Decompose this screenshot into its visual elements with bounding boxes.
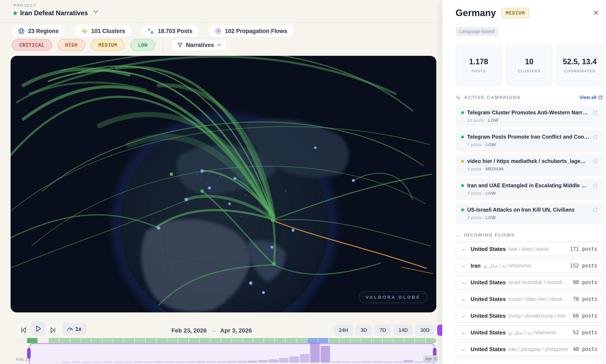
arrow-right-icon: → [210, 327, 217, 334]
flow-country: United States [470, 313, 506, 319]
active-campaigns-header: ACTIVE CAMPAIGNS View all [455, 95, 603, 100]
filter-icon [177, 42, 183, 48]
external-link-icon[interactable] [593, 207, 598, 212]
section-title: ACTIVE CAMPAIGNS [464, 95, 521, 100]
campaign-card[interactable]: US-Israeli Attacks on Iran Kill UN, Civi… [455, 203, 603, 224]
campaign-severity: LOW [488, 118, 498, 123]
external-link-icon[interactable] [593, 183, 598, 188]
histogram-bar [289, 356, 299, 363]
chip-clusters[interactable]: 101 Clusters [75, 25, 132, 37]
brush-end-label: Apr 3 [423, 356, 438, 362]
skip-forward-button[interactable] [47, 325, 58, 336]
histogram-bar [393, 362, 403, 363]
globe-canvas [11, 56, 436, 312]
flow-post-count: 52 posts [573, 330, 597, 336]
playback-speed-button[interactable]: 1x [62, 323, 86, 335]
play-icon [35, 325, 42, 332]
histogram-bar [134, 362, 143, 363]
globe-attribution-badge: VALBORA GLOBE [359, 291, 427, 303]
severity-badge: MEDIUM [501, 8, 529, 18]
skip-back-button[interactable] [18, 325, 29, 336]
campaign-posts: 7 posts · [467, 142, 485, 147]
external-link-icon[interactable] [593, 134, 598, 140]
campaign-card[interactable]: video hier / https mediathek / schuberts… [455, 154, 603, 176]
stat-label: POSTS [471, 69, 486, 73]
histogram-bar [206, 362, 216, 363]
chip-regions[interactable]: 23 Regions [12, 25, 65, 37]
campaign-meta: 3 posts · LOW [467, 191, 598, 196]
campaign-title: Iran and UAE Entangled in Escalating Mid… [467, 182, 590, 189]
stat-card-coordinates: 52.5, 13.4 COORDINATES [557, 44, 603, 86]
incoming-flow-row[interactable]: ← United States trump / video hier / don… [455, 292, 603, 306]
range-button[interactable]: 30D [415, 325, 434, 336]
translate-icon: xA [148, 28, 154, 34]
chip-label: 102 Propagation Flows [225, 28, 287, 34]
flow-post-count: 152 posts [570, 263, 597, 269]
flow-keywords: look / does / wants [509, 246, 566, 252]
stat-label: COORDINATES [564, 69, 595, 73]
external-link-icon[interactable] [593, 159, 598, 164]
stat-label: CLUSTERS [518, 69, 541, 73]
incoming-flow-row[interactable]: ← Iran به / سال نو / khamenei 152 posts [455, 259, 603, 273]
campaign-posts: 10 posts · [467, 118, 488, 123]
incoming-flow-row[interactable]: ← United States به / سال نو / khamenei 5… [455, 325, 603, 340]
campaign-status-dot [461, 184, 464, 187]
campaign-meta: 7 posts · LOW [467, 142, 598, 147]
stat-value: 52.5, 13.4 [563, 57, 597, 67]
coverage-day-segment[interactable] [16, 338, 27, 343]
range-button[interactable]: 14D [394, 325, 413, 336]
project-label: PROJECT [14, 3, 36, 8]
campaign-card[interactable]: Iran and UAE Entangled in Escalating Mid… [455, 179, 603, 200]
histogram-bar [414, 362, 423, 363]
close-icon[interactable]: ✕ [593, 9, 599, 17]
histogram-bar [383, 362, 392, 363]
campaign-card[interactable]: Telegram Cluster Promotes Anti-Western N… [455, 106, 603, 127]
stat-value: 10 [525, 57, 533, 67]
campaign-card[interactable]: Telegram Posts Promote Iran Conflict and… [455, 130, 603, 152]
histogram-bar [341, 362, 351, 363]
chip-posts[interactable]: xA 18.703 Posts [141, 25, 199, 37]
speed-gauge-icon [67, 326, 73, 332]
view-all-link[interactable]: View all [579, 95, 603, 100]
arrow-left-icon: ← [461, 279, 467, 286]
histogram-bar [362, 362, 372, 363]
range-button[interactable]: 3D [356, 325, 372, 336]
chip-label: 18.703 Posts [158, 28, 193, 34]
chip-label: 23 Regions [28, 28, 59, 34]
range-button[interactable]: 24H [334, 325, 353, 336]
severity-filter-pill[interactable]: MEDIUM [91, 39, 125, 51]
brush-start-label: Feb 23 [16, 357, 30, 362]
narratives-filter-button[interactable]: Narratives [171, 39, 227, 51]
incoming-flow-row[interactable]: ← United States iran / paraguay / philip… [455, 342, 603, 356]
severity-filter-pill[interactable]: LOW [130, 39, 155, 51]
range-button[interactable]: 7D [375, 325, 391, 336]
pulse-icon [81, 28, 88, 34]
severity-filter-pill[interactable]: HIGH [57, 39, 85, 51]
incoming-flow-list: ← United States look / does / wants 171 … [455, 242, 603, 364]
flow-country: United States [470, 279, 506, 286]
propagation-icon [215, 28, 221, 34]
external-link-icon[interactable] [593, 110, 598, 115]
stat-cards: 1.178 POSTS 10 CLUSTERS 52.5, 13.4 COORD… [455, 44, 603, 86]
histogram-bar [258, 360, 268, 363]
severity-filter-pill[interactable]: CRITICAL [12, 39, 52, 51]
chip-propagation-flows[interactable]: 102 Propagation Flows [208, 25, 293, 37]
campaign-meta: 2 posts · LOW [467, 215, 598, 220]
histogram-bar [300, 354, 309, 363]
incoming-flow-row[interactable] [455, 359, 603, 364]
stat-value: 1.178 [469, 57, 488, 67]
project-selector[interactable]: Iran Defeat Narratives [13, 9, 98, 17]
flow-country: Iran [470, 262, 481, 269]
histogram-bar [227, 361, 236, 363]
incoming-flow-row[interactable]: ← United States trump / donald trump / i… [455, 309, 603, 323]
incoming-flow-row[interactable]: ← United States look / does / wants 171 … [455, 242, 603, 256]
flow-keywords: trump / video hier / donald trump [509, 296, 569, 302]
histogram-bar [310, 342, 320, 363]
play-button[interactable] [31, 321, 46, 336]
globe-visualization[interactable]: VALBORA GLOBE [11, 56, 436, 312]
incoming-flow-row[interactable]: ← United States israel hezbollah / hezbo… [455, 275, 603, 290]
histogram-bar [186, 362, 195, 363]
chevron-down-icon[interactable] [93, 10, 98, 13]
filter-divider [163, 39, 163, 51]
campaign-posts: 2 posts · [467, 215, 485, 220]
